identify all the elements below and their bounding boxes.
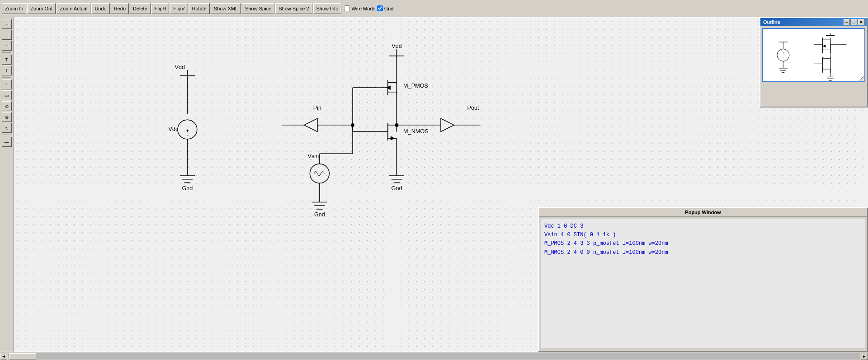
outline-window: Outline ─ □ ✕ + - — [760, 17, 868, 108]
spice-line: M_PMOS 2 4 3 3 p_mosfet l=100nm w=20nm — [544, 239, 862, 248]
gnd-left-label: Gnd — [182, 185, 193, 192]
scroll-thumb[interactable] — [9, 353, 36, 360]
svg-marker-37 — [441, 118, 454, 131]
main-area: ⊣ ⊣ ⊣ ⊤ ⊥ □ ▭ ⊙ ⊕ ∿ — Vdd — [0, 17, 868, 352]
wire-mode-label: Wire Mode — [351, 6, 375, 11]
vdd-tool-btn[interactable]: ⊤ — [2, 55, 12, 65]
circle2-tool-btn[interactable]: ⊕ — [2, 112, 12, 122]
svg-line-79 — [863, 80, 863, 81]
m-nmos-label: M_NMOS — [403, 128, 429, 135]
toolbar-separator-1 — [2, 52, 11, 53]
grid-label: Grid — [384, 6, 394, 11]
flipv-button[interactable]: FlipV — [170, 3, 188, 14]
spice-line: Vdc 1 0 DC 3 — [544, 222, 862, 231]
delete-button[interactable]: Delete — [130, 3, 151, 14]
popup-title: Popup Window — [685, 210, 721, 215]
scroll-track[interactable] — [8, 353, 860, 360]
rect-tool-btn[interactable]: □ — [2, 79, 12, 89]
outline-titlebar: Outline ─ □ ✕ — [760, 18, 867, 26]
fliph-button[interactable]: FlipH — [151, 3, 170, 14]
svg-text:-: - — [783, 56, 783, 59]
svg-point-41 — [310, 164, 329, 183]
toolbar: Zoom InZoom OutZoom ActualUndoRedoDelete… — [0, 0, 868, 17]
svg-text:+: + — [782, 51, 784, 55]
wire-mode-checkbox[interactable] — [344, 5, 350, 11]
svg-marker-63 — [823, 45, 826, 48]
show-spice-button[interactable]: Show Spice — [242, 3, 274, 14]
svg-text:-: - — [187, 133, 188, 138]
vsin-label: Vsin — [308, 153, 319, 159]
show-spice2-button[interactable]: Show Spice 2 — [275, 3, 312, 14]
gnd-tool-btn[interactable]: ⊥ — [2, 65, 12, 75]
grid-checkbox[interactable] — [377, 5, 383, 11]
outline-maximize-button[interactable]: □ — [851, 19, 857, 25]
wave-tool-btn[interactable]: ∿ — [2, 123, 12, 133]
outline-resize-handle[interactable] — [859, 76, 863, 80]
wire-mode-area: Wire Mode Grid — [344, 5, 393, 11]
m-pmos-label: M_PMOS — [403, 83, 428, 89]
circle-tool-btn[interactable]: ⊙ — [2, 101, 12, 111]
outline-bottom — [760, 84, 867, 107]
rect2-tool-btn[interactable]: ▭ — [2, 90, 12, 100]
spice-line: M_NMOS 2 4 0 0 n_mosfet l=100nm w=20nm — [544, 248, 862, 257]
spice-line: Vsin 4 0 SIN( 0 1 1k ) — [544, 231, 862, 239]
horizontal-scrollbar[interactable]: ◄ ► — [0, 352, 868, 360]
outline-title: Outline — [763, 19, 780, 25]
svg-marker-24 — [391, 136, 395, 140]
popup-window: Popup Window Vdc 1 0 DC 3Vsin 4 0 SIN( 0… — [538, 207, 868, 352]
show-xml-button[interactable]: Show XML — [211, 3, 241, 14]
vdd-right-label: Vdd — [392, 43, 402, 49]
canvas-area[interactable]: Vdd Vdc + - Gnd — [14, 17, 868, 352]
popup-titlebar: Popup Window — [539, 208, 867, 217]
gnd-right-label: Gnd — [392, 185, 402, 192]
outline-content: + - — [762, 28, 865, 82]
gnd-center-label: Gnd — [314, 211, 325, 218]
vdc-label: Vdc — [168, 126, 178, 132]
spice-lines: Vdc 1 0 DC 3Vsin 4 0 SIN( 0 1 1k )M_PMOS… — [544, 222, 862, 257]
pout-label: Pout — [467, 105, 480, 111]
popup-content[interactable]: Vdc 1 0 DC 3Vsin 4 0 SIN( 0 1 1k )M_PMOS… — [541, 219, 865, 348]
scroll-right-arrow[interactable]: ► — [861, 353, 868, 360]
undo-button[interactable]: Undo — [91, 3, 109, 14]
toolbar-separator-3 — [2, 135, 11, 135]
zoom-out-button[interactable]: Zoom Out — [27, 3, 56, 14]
toolbar-separator-2 — [2, 77, 11, 78]
minus-tool-btn[interactable]: — — [2, 137, 12, 147]
outline-minimize-button[interactable]: ─ — [844, 19, 850, 25]
svg-point-40 — [395, 123, 399, 127]
pin-label: Pin — [313, 105, 321, 111]
rotate-button[interactable]: Rotate — [189, 3, 210, 14]
outline-close-button[interactable]: ✕ — [858, 19, 864, 25]
left-toolbar: ⊣ ⊣ ⊣ ⊤ ⊥ □ ▭ ⊙ ⊕ ∿ — — [0, 17, 14, 352]
connect-tool-btn[interactable]: ⊣ — [2, 19, 12, 29]
show-info-button[interactable]: Show Info — [313, 3, 342, 14]
vdd-left-label: Vdd — [175, 64, 185, 70]
zoom-in-button[interactable]: Zoom In — [2, 3, 26, 14]
node-tool-btn[interactable]: ⊣ — [2, 41, 12, 51]
svg-marker-29 — [304, 118, 317, 131]
scroll-left-arrow[interactable]: ◄ — [0, 353, 7, 360]
wire-tool-btn[interactable]: ⊣ — [2, 30, 12, 40]
redo-button[interactable]: Redo — [111, 3, 129, 14]
outline-svg: + - — [763, 29, 864, 81]
outline-titlebar-buttons: ─ □ ✕ — [844, 19, 864, 25]
zoom-actual-button[interactable]: Zoom Actual — [57, 3, 90, 14]
